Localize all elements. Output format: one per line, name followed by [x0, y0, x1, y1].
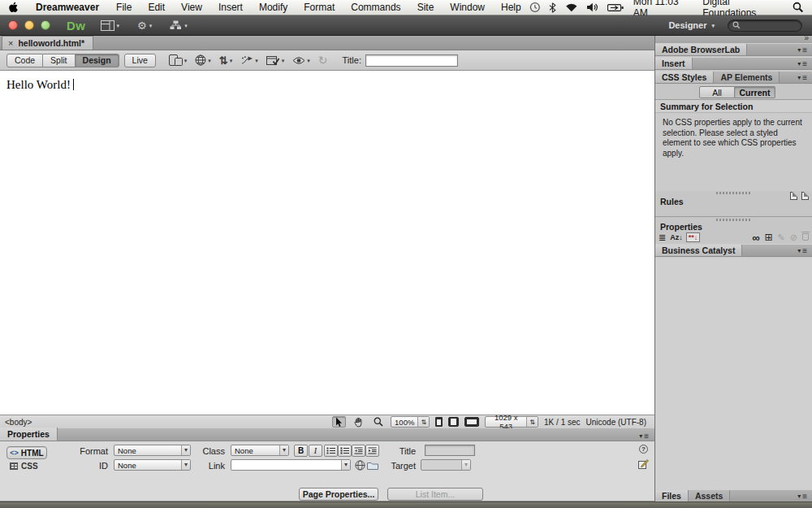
assets-tab[interactable]: Assets	[689, 490, 730, 501]
point-to-file-icon[interactable]	[355, 460, 365, 471]
show-list-view-icon[interactable]: Az↓	[670, 233, 683, 241]
bold-button[interactable]: B	[294, 445, 308, 457]
design-view-canvas[interactable]: Hello World!	[0, 71, 654, 415]
caret-down-icon: ▾	[117, 23, 120, 28]
stepper-icon: ⇅	[526, 417, 538, 427]
pane-resize-handle[interactable]	[716, 192, 752, 194]
business-catalyst-tab[interactable]: Business Catalyst	[655, 245, 742, 256]
show-set-properties-icon[interactable]: **↓	[686, 232, 701, 242]
hand-tool-button[interactable]	[352, 416, 365, 428]
insert-tab[interactable]: Insert	[655, 58, 693, 69]
zoom-tool-button[interactable]	[371, 416, 385, 428]
css-mode-row: All Current	[655, 85, 812, 100]
properties-tab[interactable]: Properties	[0, 428, 58, 441]
panel-menu-icon[interactable]: ▾≡	[797, 73, 808, 82]
files-tab[interactable]: Files	[655, 490, 689, 501]
layout-switcher-button[interactable]: ▾	[101, 20, 120, 31]
design-view-button[interactable]: Design	[76, 54, 119, 67]
menu-commands[interactable]: Commands	[343, 0, 408, 15]
browserlab-tab[interactable]: Adobe BrowserLab	[655, 44, 747, 55]
apple-menu[interactable]	[0, 0, 27, 15]
site-menu-button[interactable]: ▾	[170, 20, 188, 30]
menu-window[interactable]: Window	[442, 0, 493, 15]
document-title-input[interactable]	[365, 54, 458, 67]
quick-tag-editor-icon[interactable]	[638, 458, 649, 469]
caret-down-icon: ▾	[181, 445, 190, 455]
pane-resize-handle[interactable]	[716, 219, 752, 221]
menu-format[interactable]: Format	[296, 0, 343, 15]
class-select[interactable]: None ▾	[231, 445, 289, 456]
live-view-button[interactable]: Live	[124, 54, 156, 67]
caret-down-icon: ▾	[711, 23, 715, 28]
battery-icon[interactable]	[607, 3, 624, 12]
menu-view[interactable]: View	[173, 0, 210, 15]
split-view-button[interactable]: Split	[43, 54, 75, 67]
refresh-design-view-button[interactable]: ↻	[318, 54, 328, 67]
panel-menu-icon[interactable]: ▾≡	[797, 246, 808, 255]
volume-icon[interactable]	[587, 2, 599, 12]
format-select[interactable]: None ▾	[114, 445, 191, 456]
file-management-button[interactable]: ⇅ ▾	[219, 54, 232, 67]
window-size-select[interactable]: 1029 x 543 ⇅	[485, 416, 538, 428]
unordered-list-button[interactable]	[324, 445, 338, 457]
w3c-validation-button[interactable]: ▾	[240, 55, 258, 65]
panel-menu-icon[interactable]: ▾≡	[797, 46, 808, 54]
menu-file[interactable]: File	[108, 0, 140, 15]
visual-aids-button[interactable]: ▾	[292, 56, 310, 65]
select-tool-button[interactable]	[332, 416, 346, 428]
menu-insert[interactable]: Insert	[210, 0, 251, 15]
check-browser-compatibility-button[interactable]: ▾	[266, 55, 285, 66]
css-current-mode-button[interactable]: Current	[735, 86, 775, 98]
ordered-list-button[interactable]	[338, 445, 352, 457]
show-cascade-icon[interactable]	[790, 192, 797, 202]
help-icon[interactable]: ?	[639, 445, 648, 454]
close-document-icon[interactable]: ×	[8, 38, 13, 48]
document-tab[interactable]: × helloworld.html*	[2, 36, 93, 50]
link-combo[interactable]: ▾	[231, 459, 351, 471]
gear-icon: ⚙	[137, 20, 147, 32]
attach-style-sheet-icon[interactable]: ∞	[752, 232, 759, 244]
menu-edit[interactable]: Edit	[140, 0, 173, 15]
app-search-field[interactable]	[728, 20, 802, 32]
id-select[interactable]: None ▾	[114, 459, 191, 471]
italic-button[interactable]: I	[309, 445, 322, 457]
tag-selector-body[interactable]: <body>	[5, 418, 32, 427]
close-window-button[interactable]	[8, 20, 18, 30]
menu-site[interactable]: Site	[409, 0, 443, 15]
desktop-size-icon[interactable]	[464, 417, 479, 427]
app-search-input[interactable]	[743, 21, 792, 30]
tablet-size-icon[interactable]	[448, 417, 459, 427]
html-mode-button[interactable]: <> HTML	[6, 446, 47, 459]
indent-button[interactable]	[365, 445, 379, 457]
collapse-to-icons-button[interactable]: »	[804, 33, 809, 42]
bluetooth-icon[interactable]	[549, 2, 556, 13]
panel-menu-icon[interactable]: ▾≡	[797, 492, 808, 501]
extend-dreamweaver-button[interactable]: ⚙ ▾	[137, 20, 152, 32]
time-machine-icon[interactable]	[529, 2, 541, 13]
panel-menu-icon[interactable]: ▾≡	[639, 432, 654, 441]
spotlight-search-icon[interactable]	[793, 2, 804, 13]
css-all-mode-button[interactable]: All	[699, 86, 735, 98]
panel-menu-icon[interactable]: ▾≡	[797, 59, 808, 68]
show-category-view-icon[interactable]: ≣	[659, 232, 666, 243]
menu-help[interactable]: Help	[493, 0, 529, 15]
wifi-icon[interactable]	[565, 2, 578, 12]
preview-in-browser-button[interactable]: ▾	[195, 54, 211, 66]
css-styles-tab[interactable]: CSS Styles	[655, 72, 714, 83]
menu-modify[interactable]: Modify	[251, 0, 296, 15]
workspace-switcher[interactable]: Designer ▾	[668, 20, 715, 30]
zoom-window-button[interactable]	[41, 20, 50, 30]
show-summary-icon[interactable]	[801, 192, 809, 202]
page-properties-button[interactable]: Page Properties...	[299, 488, 378, 501]
mobile-size-icon[interactable]	[435, 417, 443, 427]
ap-elements-tab[interactable]: AP Elements	[714, 72, 780, 83]
browse-folder-icon[interactable]	[367, 461, 378, 470]
minimize-window-button[interactable]	[24, 20, 34, 30]
new-css-rule-icon[interactable]: ⊞	[765, 232, 773, 243]
app-menu-dreamweaver[interactable]: Dreamweaver	[27, 0, 108, 15]
outdent-button[interactable]	[352, 445, 365, 457]
css-mode-button[interactable]: CSS	[10, 462, 38, 471]
multiscreen-preview-button[interactable]: ▾	[169, 54, 188, 66]
code-view-button[interactable]: Code	[6, 54, 43, 67]
magnification-select[interactable]: 100% ⇅	[391, 416, 430, 428]
